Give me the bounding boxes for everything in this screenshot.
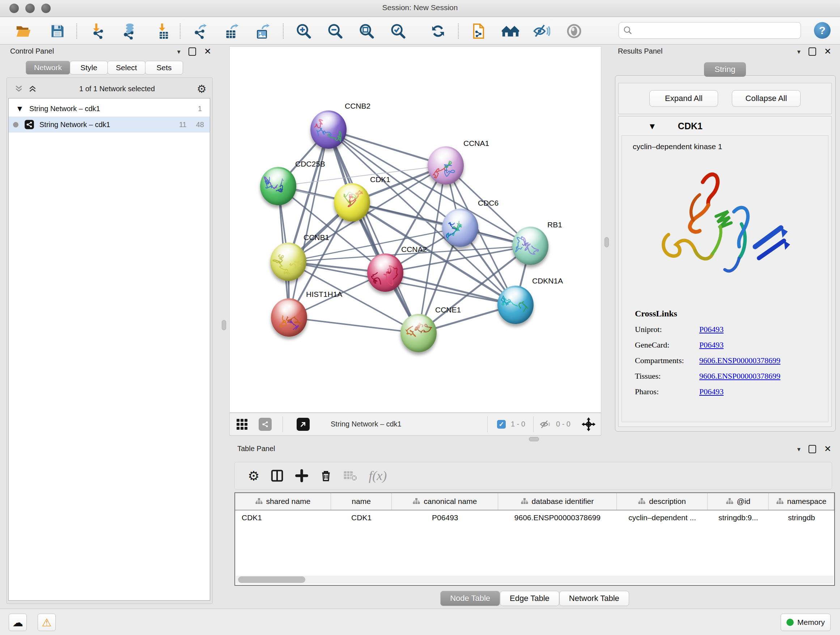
zoom-fit-button[interactable] [357,22,376,40]
column-header-namespace[interactable]: namespace [769,493,834,510]
gene-section-header[interactable]: ▼ CDK1 [619,117,831,135]
network-view-canvas[interactable]: CCNB2CCNA1CDC25BCDK1CDC6RB1CCNB1CCNA2CDK… [229,46,601,413]
export-network-button[interactable] [191,22,209,40]
expand-all-button[interactable]: Expand All [649,90,718,107]
right-splitter-handle[interactable] [605,237,609,247]
document-network-icon [470,23,487,40]
table-settings-gear-icon[interactable]: ⚙ [248,469,259,483]
crosslink-link[interactable]: P06493 [699,325,723,334]
node-label-CCNA2: CCNA2 [401,245,427,254]
add-column-plus-icon[interactable] [295,469,309,483]
open-session-button[interactable] [14,22,33,40]
panel-menu-icon[interactable]: ▾ [797,48,801,55]
table-horizontal-scrollbar[interactable] [236,576,834,584]
crosslink-link[interactable]: 9606.ENSP00000378699 [699,371,780,381]
save-session-button[interactable] [49,22,66,40]
zoom-selected-icon [390,23,406,40]
column-header-@id[interactable]: @id [707,493,769,510]
collection-expander-icon[interactable]: ▼ [17,105,22,112]
close-panel-icon[interactable]: ✕ [824,445,831,453]
fit-content-crosshair-icon[interactable] [581,417,596,432]
table-row[interactable]: CDK1CDK1P064939606.ENSP00000378699cyclin… [235,510,834,525]
import-table-button[interactable] [153,22,172,40]
show-columns-icon[interactable] [270,469,284,483]
warnings-button[interactable]: ⚠ [38,614,56,631]
expand-all-icon[interactable] [28,84,37,93]
network-node-CCNA1[interactable] [428,146,464,185]
float-panel-icon[interactable] [808,445,816,453]
tab-select[interactable]: Select [107,61,145,74]
network-share-view-button[interactable] [259,418,272,431]
import-network-file-button[interactable] [89,22,107,40]
panel-menu-icon[interactable]: ▾ [797,445,801,453]
crosslink-link[interactable]: P06493 [699,387,723,396]
panel-menu-icon[interactable]: ▾ [177,48,180,55]
zoom-selected-button[interactable] [389,22,407,40]
table-cell: CDK1 [235,510,331,525]
tab-node-table[interactable]: Node Table [440,591,500,606]
grid-view-icon[interactable] [235,418,248,431]
section-expander-icon[interactable]: ▼ [650,122,655,130]
float-panel-icon[interactable] [808,48,816,56]
tab-style[interactable]: Style [70,61,108,74]
tab-sets[interactable]: Sets [145,61,183,74]
houses-icon [502,23,519,40]
scrollbar-thumb[interactable] [238,576,305,583]
crosslink-row: Tissues:9606.ENSP00000378699 [635,371,780,381]
cloud-status-button[interactable]: ☁ [9,614,27,631]
close-panel-icon[interactable]: ✕ [824,47,831,56]
apply-layout-button[interactable] [429,22,447,40]
network-node-CDC6[interactable] [442,209,478,247]
network-row-selected[interactable]: String Network – cdk1 11 48 [9,117,210,133]
network-node-HIST1H1A[interactable] [271,298,307,337]
column-header-shared-name[interactable]: shared name [235,493,331,510]
show-all-networks-button[interactable] [501,22,519,40]
column-header-name[interactable]: name [331,493,392,510]
network-collection-row[interactable]: ▼ String Network – cdk1 1 [9,101,210,117]
node-label-CDC6: CDC6 [478,199,499,207]
tab-edge-table[interactable]: Edge Table [500,591,559,606]
node-gloss [276,300,302,318]
left-splitter-handle[interactable] [222,320,226,330]
network-node-CCNE1[interactable] [401,314,437,352]
collapse-all-button[interactable]: Collapse All [732,90,801,107]
edge-count: 48 [196,120,204,129]
network-node-CDC25B[interactable] [260,167,296,205]
delete-trash-icon[interactable] [319,469,332,483]
zoom-out-button[interactable] [326,22,344,40]
network-node-CCNB1[interactable] [270,242,306,281]
gear-icon[interactable]: ⚙ [197,82,207,95]
help-button[interactable]: ? [814,22,831,39]
float-panel-icon[interactable] [188,48,196,56]
column-header-canonical-name[interactable]: canonical name [392,493,498,510]
memory-button[interactable]: Memory [781,614,831,631]
crosslink-link[interactable]: 9606.ENSP00000378699 [699,356,780,365]
import-network-database-button[interactable] [120,22,138,40]
column-header-description[interactable]: description [617,493,708,510]
network-node-RB1[interactable] [512,226,548,265]
network-node-CCNB2[interactable] [310,111,347,149]
zoom-in-button[interactable] [294,22,313,40]
horizontal-splitter-handle[interactable] [529,437,539,441]
collapse-all-icon[interactable] [14,84,24,93]
export-image-button[interactable] [253,22,271,40]
export-table-button[interactable] [222,22,240,40]
network-node-CDKN1A[interactable] [497,286,534,324]
network-node-CDK1[interactable] [334,183,370,222]
tab-string[interactable]: String [704,62,746,77]
hide-selected-button[interactable] [532,22,551,40]
selected-counts: 1 - 0 [511,420,525,428]
network-from-file-button[interactable] [470,22,488,40]
crosslink-link[interactable]: P06493 [699,340,723,350]
close-panel-icon[interactable]: ✕ [204,47,211,56]
birdseye-view-button[interactable] [297,418,309,431]
search-input[interactable] [619,22,801,39]
footer-divider [283,416,283,432]
network-node-CCNA2[interactable] [367,253,403,292]
network-share-icon [24,119,34,130]
tab-network[interactable]: Network [26,61,70,74]
show-hidden-button[interactable] [565,22,583,40]
tab-network-table[interactable]: Network Table [559,591,629,606]
column-header-database-identifier[interactable]: database identifier [498,493,617,510]
selected-checkbox[interactable]: ✓ [497,420,506,429]
